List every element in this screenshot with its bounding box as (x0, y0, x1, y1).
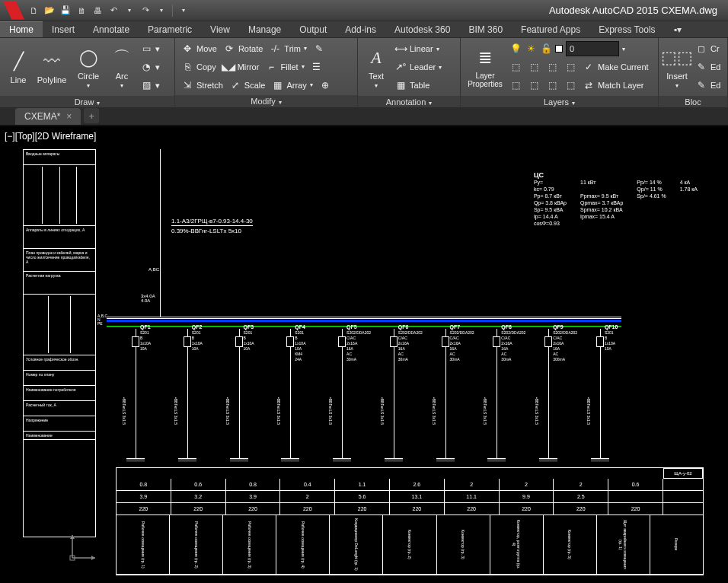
extra-a[interactable]: ✎ (310, 40, 328, 57)
qat-open-icon[interactable]: 📂 (43, 4, 56, 18)
make-current-button[interactable]: ✓Make Current (580, 59, 652, 75)
arc-button[interactable]: ⌒Arc▾ (107, 40, 137, 94)
panel-annotation-title[interactable]: Annotation (386, 97, 433, 107)
tab-express[interactable]: Express Tools (589, 22, 664, 37)
table-button[interactable]: ▦Table (391, 77, 445, 94)
rotate-icon: ⟳ (223, 43, 235, 55)
tab-view[interactable]: View (201, 22, 239, 37)
document-tabs: CXEMA* × + (0, 108, 728, 126)
text-button[interactable]: AText▾ (361, 40, 391, 94)
layer-tool-8[interactable]: ⬚ (561, 77, 580, 94)
linear-dim-button[interactable]: ⟷Linear▾ (391, 40, 445, 57)
make-current-icon: ✓ (583, 61, 595, 73)
arc-icon: ⌒ (110, 46, 134, 70)
lightbulb-icon: 💡 (509, 43, 522, 55)
move-button[interactable]: ✥Move (178, 40, 220, 57)
tab-parametric[interactable]: Parametric (139, 22, 201, 37)
draw-extra-1[interactable]: ▭▾ (137, 40, 163, 57)
qat-undo-drop-icon[interactable]: ▾ (123, 4, 136, 18)
table-icon: ▦ (394, 79, 407, 91)
qat-save-icon[interactable]: 💾 (59, 4, 72, 18)
layer-tool-7[interactable]: ⬚ (543, 77, 561, 94)
layer-tool-6[interactable]: ⬚ (525, 77, 543, 94)
qat-more-icon[interactable]: ▾ (177, 4, 190, 18)
mirror-button[interactable]: ◣◢Mirror (219, 59, 263, 75)
draw-extra-3[interactable]: ▨▾ (137, 77, 163, 94)
edit-button-2[interactable]: ✎Ed (692, 77, 723, 94)
drawing-canvas[interactable]: [−][Top][2D Wireframe] Вводные аппараты … (0, 126, 728, 583)
tab-bim360[interactable]: BIM 360 (459, 22, 512, 37)
panel-modify-title[interactable]: Modify (251, 97, 281, 106)
draw-extra-2[interactable]: ◔▾ (137, 59, 163, 75)
panel-draw-title[interactable]: Draw (75, 97, 101, 107)
layer-properties-icon: ≣ (473, 46, 497, 70)
rotate-button[interactable]: ⟳Rotate (220, 40, 266, 57)
svg-marker-3 (91, 556, 95, 560)
panel-annotation: AText▾ ⟷Linear▾ ↗°Leader▾ ▦Table Annotat… (358, 38, 461, 107)
feeder-branches: QF1S201 B 1x10A 10A •ВВГнг.LS 3х1.5 QF2S… (116, 329, 621, 462)
feeder-QF9: QF9S202/DDA202 C/AC 2x16A 16A AC 300mA •… (528, 329, 570, 462)
copy-button[interactable]: ⎘Copy (178, 59, 219, 75)
tab-home[interactable]: Home (0, 21, 43, 37)
view-controls[interactable]: [−][Top][2D Wireframe] (5, 131, 96, 142)
panel-block-title: Bloc (685, 97, 701, 107)
feeder-QF2: QF2S201 B 1x10A 10A •ВВГнг.LS 3х1.5 (168, 329, 209, 462)
stretch-button[interactable]: ⇲Stretch (178, 77, 226, 94)
insert-icon: ⬚⬚ (665, 46, 689, 70)
tab-manage[interactable]: Manage (239, 22, 290, 37)
feeder-QF4: QF4S201 B 1x10A 10A КМ4 24А •ВВГнг.LS 3х… (270, 329, 311, 462)
tab-a360[interactable]: Autodesk 360 (385, 22, 459, 37)
circle-button[interactable]: ◯Circle▾ (70, 40, 107, 94)
create-button[interactable]: ◻Cr (692, 40, 723, 57)
array-button[interactable]: ▦Array▾ (268, 77, 315, 94)
layer-tool-5[interactable]: ⬚ (506, 77, 525, 94)
panel-layers-title[interactable]: Layers (544, 97, 575, 107)
trim-button[interactable]: -/-Trim▾ (266, 40, 310, 57)
wcs-icon[interactable] (69, 531, 99, 562)
polyline-button[interactable]: 〰Polyline (34, 40, 70, 94)
qat-redo-drop-icon[interactable]: ▾ (155, 4, 168, 18)
layer-tool-3[interactable]: ⬚ (543, 59, 561, 75)
tab-overflow-icon[interactable]: ▪▾ (665, 22, 691, 37)
incoming-label-1: 1.1-А3/2ГРЩ-в7-0.93-14.4-30 (171, 218, 253, 226)
qat-new-icon[interactable]: 🗋 (27, 4, 40, 18)
tab-insert[interactable]: Insert (43, 22, 84, 37)
leader-icon: ↗° (394, 61, 407, 73)
layer-properties-button[interactable]: ≣LayerProperties (464, 40, 506, 94)
extra-c[interactable]: ⊕ (316, 77, 334, 94)
leader-button[interactable]: ↗°Leader▾ (391, 59, 445, 75)
qat-print-icon[interactable]: 🖶 (91, 4, 104, 18)
qat-saveas-icon[interactable]: 🗎 (75, 4, 88, 18)
app-logo[interactable] (3, 2, 24, 20)
tab-annotate[interactable]: Annotate (84, 22, 139, 37)
text-icon: A (364, 46, 388, 70)
title-bar: 🗋 📂 💾 🗎 🖶 ↶ ▾ ↷ ▾ ▾ Autodesk AutoCAD 201… (0, 0, 728, 21)
data-table: ЩA-у-02 0.80.60.80.41.12.62220.6 3.93.23… (116, 467, 704, 575)
tab-featured[interactable]: Featured Apps (512, 22, 589, 37)
match-layer-button[interactable]: ⇄Match Layer (580, 77, 647, 94)
qat-undo-icon[interactable]: ↶ (107, 4, 120, 18)
feeder-QF10: QF10S201 B 1x10A 10A •ВВГнг.LS 3х1.5 (580, 329, 621, 462)
layer-tool-2[interactable]: ⬚ (525, 59, 543, 75)
mirror-icon: ◣◢ (222, 61, 235, 73)
stretch-icon: ⇲ (181, 79, 193, 91)
add-tab-button[interactable]: + (84, 108, 99, 123)
scale-button[interactable]: ⤢Scale (226, 77, 269, 94)
panel-block: ⬚⬚Insert▾ ◻Cr ✎Ed ✎Ed Bloc (659, 38, 728, 107)
document-tab[interactable]: CXEMA* × (15, 108, 81, 125)
layer-tool-1[interactable]: ⬚ (506, 59, 525, 75)
schematic-drawing: Вводные аппараты Аппараты в линиях отход… (23, 149, 720, 575)
qat-redo-icon[interactable]: ↷ (139, 4, 152, 18)
line-button[interactable]: ╱Line (3, 40, 34, 94)
layer-tool-4[interactable]: ⬚ (561, 59, 580, 75)
extra-b[interactable]: ☰ (308, 59, 326, 75)
close-tab-icon[interactable]: × (66, 111, 72, 122)
fillet-button[interactable]: ⌐Fillet▾ (262, 59, 307, 75)
lock-icon: 🔓 (540, 43, 552, 55)
edit-button-1[interactable]: ✎Ed (692, 59, 723, 75)
layer-name-input[interactable] (566, 41, 619, 56)
layer-selector[interactable]: 💡 ☀ 🔓 ▾ (506, 40, 652, 57)
insert-button[interactable]: ⬚⬚Insert▾ (662, 40, 692, 94)
tab-output[interactable]: Output (290, 22, 336, 37)
tab-addins[interactable]: Add-ins (336, 22, 385, 37)
